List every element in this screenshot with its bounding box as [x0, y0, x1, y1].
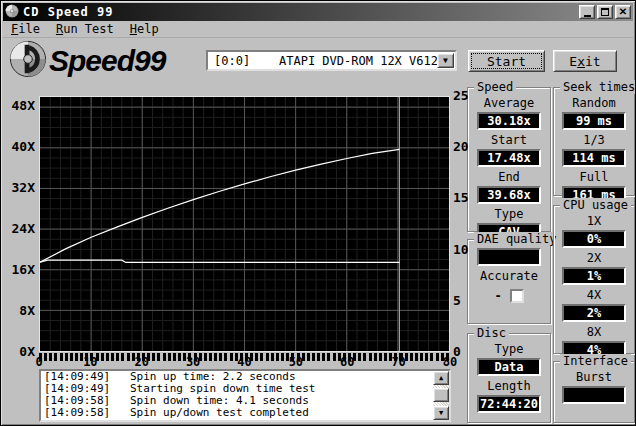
length-label: Length [468, 379, 550, 393]
scroll-up-icon[interactable]: ▲ [433, 371, 449, 385]
axis-tick-label: 40X [1, 139, 35, 154]
start-label: Start [468, 133, 550, 147]
speed-chart [39, 96, 450, 352]
minimize-button[interactable] [579, 5, 595, 19]
speed-panel-title: Speed [474, 80, 516, 94]
minimize-icon [584, 15, 591, 17]
speed-panel: Speed Average30.18xStart17.48xEnd39.68xT… [467, 87, 551, 232]
4x-label: 4X [554, 288, 634, 302]
app-window: CD Speed 99 ✕ FileRun TestHelp Speed99 [… [0, 0, 636, 426]
log-line: [14:09:58]Spin up/down test completed [41, 407, 449, 419]
axis-tick-label: 32X [1, 180, 35, 195]
dae-panel-title: DAE quality [474, 232, 559, 246]
axis-tick-label: 20 [453, 139, 479, 154]
type-value: Data [477, 358, 541, 376]
interface-panel-title: Interface [560, 354, 631, 368]
disc-panel-title: Disc [474, 326, 509, 340]
length-value: 72:44:20 [477, 395, 541, 413]
cd-logo-icon [9, 40, 47, 81]
accurate-checkbox[interactable] [510, 289, 524, 303]
start-button[interactable]: Start [468, 50, 545, 72]
end-value: 39.68x [477, 186, 541, 204]
axis-tick-label: 24X [1, 221, 35, 236]
chevron-down-icon[interactable]: ▼ [437, 53, 454, 68]
axis-tick-label: 15 [453, 190, 479, 205]
average-label: Average [468, 96, 550, 110]
app-cd-icon [5, 4, 19, 21]
axis-tick-label: 16X [1, 262, 35, 277]
app-logo: Speed99 [9, 40, 165, 81]
menu-item-help[interactable]: Help [122, 21, 167, 37]
end-label: End [468, 170, 550, 184]
2x-label: 2X [554, 251, 634, 265]
window-title: CD Speed 99 [23, 5, 113, 19]
log-listbox[interactable]: [14:09:49]Spin up time: 2.2 seconds[14:0… [39, 369, 451, 422]
log-scrollbar[interactable]: ▲ ▼ [433, 371, 449, 420]
close-icon: ✕ [619, 7, 627, 17]
axis-tick-label: 25 [453, 88, 479, 103]
random-value: 99 ms [562, 112, 626, 130]
axis-tick-label: 5 [453, 293, 479, 308]
log-lines: [14:09:49]Spin up time: 2.2 seconds[14:0… [41, 371, 449, 419]
scrollbar-thumb[interactable] [433, 388, 449, 402]
dae-quality-panel: DAE quality Accurate - [467, 239, 551, 324]
8x-label: 8X [554, 325, 634, 339]
burst-label: Burst [554, 370, 634, 384]
cpu-usage-panel: CPU usage 1X0%2X1%4X2%8X4% [553, 205, 635, 354]
4x-value: 2% [562, 304, 626, 322]
disc-panel: Disc TypeDataLength72:44:20 [467, 333, 551, 423]
interface-panel: Interface Burst [553, 361, 635, 423]
start-value: 17.48x [477, 149, 541, 167]
1x-label: 1X [554, 214, 634, 228]
axis-tick-label: 8X [1, 303, 35, 318]
maximize-icon [601, 8, 609, 16]
1x-value: 0% [562, 230, 626, 248]
random-label: Random [554, 96, 634, 110]
accurate-label: Accurate [468, 269, 550, 283]
average-value: 30.18x [477, 112, 541, 130]
series-read-speed [40, 149, 399, 262]
seek-times-panel: Seek times Random99 ms1/3114 msFull161 m… [553, 87, 635, 196]
dae-quality-value [477, 248, 541, 266]
cpu-panel-title: CPU usage [560, 198, 631, 212]
1-3-label: 1/3 [554, 133, 634, 147]
menubar: FileRun TestHelp [3, 21, 633, 38]
axis-tick-label: 48X [1, 98, 35, 113]
type-label: Type [468, 342, 550, 356]
menu-item-file[interactable]: File [3, 21, 48, 37]
x-axis-minute-ticks [39, 353, 451, 361]
drive-selector[interactable]: [0:0] ATAPI DVD-ROM 12X V612A ▼ [206, 50, 457, 71]
menu-item-run-test[interactable]: Run Test [48, 21, 122, 37]
seek-panel-title: Seek times [560, 80, 636, 94]
dae-dash: - [494, 289, 501, 303]
maximize-button[interactable] [597, 5, 613, 19]
2x-value: 1% [562, 267, 626, 285]
full-label: Full [554, 170, 634, 184]
logo-text: Speed99 [49, 44, 165, 78]
series-rotation-speed [40, 260, 399, 262]
titlebar: CD Speed 99 ✕ [3, 3, 633, 21]
axis-tick-label: 10 [453, 242, 479, 257]
burst-value [562, 386, 626, 404]
type-label: Type [468, 207, 550, 221]
close-button[interactable]: ✕ [615, 5, 631, 19]
1-3-value: 114 ms [562, 149, 626, 167]
exit-button[interactable]: Exit [553, 50, 617, 72]
drive-selector-value: [0:0] ATAPI DVD-ROM 12X V612A [208, 54, 437, 68]
scroll-down-icon[interactable]: ▼ [433, 406, 449, 420]
